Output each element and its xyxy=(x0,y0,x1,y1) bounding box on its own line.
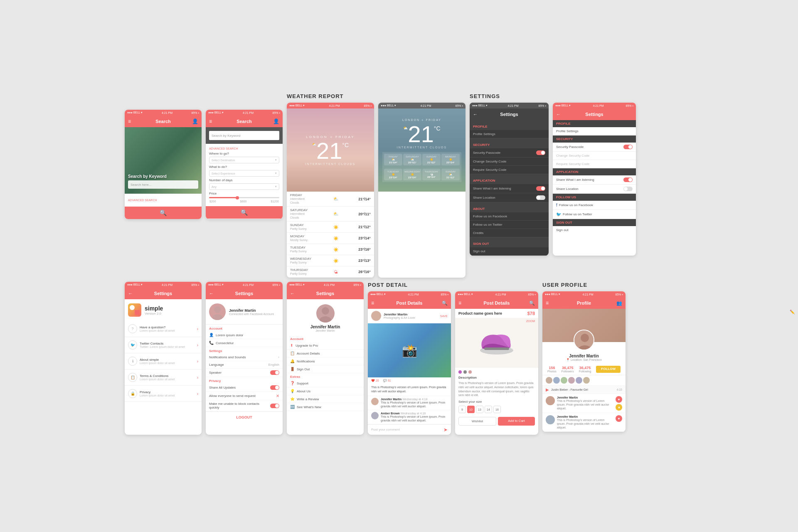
star-btn-1[interactable]: ★ xyxy=(616,404,622,411)
back-icon-simple[interactable]: ← xyxy=(128,291,133,296)
sec-toggle-exp[interactable] xyxy=(623,145,633,149)
like-btn-2[interactable]: ♥ xyxy=(616,415,622,422)
menu-icon-product[interactable]: ≡ xyxy=(458,300,461,306)
lang-row[interactable]: Language English xyxy=(206,361,283,369)
menu-help[interactable]: ? Have a question? Lorem ipsum dolor sit… xyxy=(125,321,202,337)
back-icon-prof[interactable]: ← xyxy=(290,291,295,296)
signout-row2[interactable]: 🚪 Sign Out xyxy=(287,365,364,373)
speaker-toggle[interactable] xyxy=(270,370,279,375)
color-gray[interactable] xyxy=(463,370,467,374)
logout-btn[interactable]: LOGOUT xyxy=(206,411,283,423)
consec-row[interactable]: 📞 Consectetur xyxy=(206,339,283,347)
lorem-row[interactable]: 👤 Lorem ipsum dolor xyxy=(206,331,283,339)
signout-row[interactable]: Sign out xyxy=(470,247,549,256)
zoom-btn[interactable]: ZOOM xyxy=(526,320,535,323)
keyword-input[interactable]: Search by Keyword xyxy=(209,131,279,140)
share-loc-exp[interactable]: Share Location xyxy=(553,185,636,194)
tw-row[interactable]: Follow us on Twitter xyxy=(470,221,549,229)
credits-row[interactable]: Credits xyxy=(470,229,549,237)
change-code-exp[interactable]: Change Security Code xyxy=(553,152,636,160)
menu-icon-profile[interactable]: ≡ xyxy=(546,300,549,306)
search-icon-1[interactable]: 🔍 xyxy=(160,209,167,216)
experience-select[interactable]: Select Experience ▾ xyxy=(209,170,279,177)
notif-row[interactable]: Notifications and Sounds › xyxy=(206,354,283,361)
allow-req-row[interactable]: Allow everyone to send request ✕ xyxy=(206,392,283,400)
comments-count[interactable]: 💬 31 xyxy=(383,379,391,382)
color-purple[interactable] xyxy=(458,370,462,374)
post-save-btn[interactable]: SAVE xyxy=(440,315,448,318)
size-13[interactable]: 13 xyxy=(476,406,483,413)
follow-btn[interactable]: FOLLOW xyxy=(596,366,621,373)
adv-search-1[interactable]: ADVANCED SEARCH xyxy=(128,197,198,203)
size-10[interactable]: 10 xyxy=(467,406,475,413)
menu-terms[interactable]: 📋 Terms & Conditions Lorem ipsum dolor s… xyxy=(125,369,202,386)
support-row[interactable]: ❓ Support xyxy=(287,379,364,387)
adv-search-label[interactable]: ADVANCED SEARCH xyxy=(209,147,279,150)
user-icon-1[interactable]: 👤 xyxy=(192,118,198,124)
search-icon-post1[interactable]: 🔍 xyxy=(442,300,448,306)
whats-new-row[interactable]: 🆕 See What's New xyxy=(287,403,364,411)
profile-settings-exp[interactable]: Profile Settings xyxy=(553,127,636,135)
size-14[interactable]: 14 xyxy=(485,406,492,413)
menu-privacy[interactable]: 🔒 Privacy Lorem ipsum dolor sit amet › xyxy=(125,386,202,402)
user-icon-2[interactable]: 👤 xyxy=(273,118,279,124)
search-icon-2[interactable]: 🔍 xyxy=(241,209,248,216)
menu-twitter[interactable]: 🐦 Twitter Contacts Twitter: Lorem ipsum … xyxy=(125,337,202,353)
security-toggle[interactable] xyxy=(536,150,545,155)
profile-settings-row[interactable]: Profile Settings xyxy=(470,130,549,138)
price-slider[interactable] xyxy=(209,197,279,198)
signout-exp[interactable]: Sign out xyxy=(553,226,636,234)
menu-icon-post1[interactable]: ≡ xyxy=(371,300,374,306)
back-icon-acct[interactable]: ← xyxy=(209,291,214,296)
search-icon-product[interactable]: 🔍 xyxy=(529,300,535,306)
tw-exp[interactable]: 🐦 Follow us on Twitter xyxy=(553,210,636,219)
back-icon-d1[interactable]: ← xyxy=(473,112,478,117)
share-music-row[interactable]: Share What I am listening xyxy=(470,184,549,193)
fb-row[interactable]: Follow us on Facebook xyxy=(470,212,549,221)
users-icon-profile[interactable]: 👥 xyxy=(616,300,622,306)
slider-thumb[interactable] xyxy=(236,196,239,200)
speaker-row[interactable]: Speaker xyxy=(206,369,283,377)
destination-select[interactable]: Select Destination ▾ xyxy=(209,157,279,163)
about-us-row[interactable]: 💡 About Us xyxy=(287,387,364,395)
forecast-thu: THURSDAYPartly Sunny 🌤 26°/16° xyxy=(287,266,374,278)
account-settings-phone: ●●● BELL ▾ 4:21 PM 85% ▪ ← Settings Jenn… xyxy=(206,282,283,435)
share-updates-toggle[interactable] xyxy=(270,385,279,390)
acct-details-row[interactable]: 📋 Account Details xyxy=(287,350,364,357)
upgrade-row[interactable]: ⬆ Upgrade to Pro xyxy=(287,342,364,350)
share-music-exp[interactable]: Share What I am listening xyxy=(553,175,636,185)
allow-req-x[interactable]: ✕ xyxy=(276,394,279,398)
sec-passcode-exp[interactable]: Security Passcode xyxy=(553,143,636,152)
share-music-toggle[interactable] xyxy=(536,186,545,191)
color-pink[interactable] xyxy=(468,370,472,374)
days-select[interactable]: Any ▾ xyxy=(209,183,279,190)
require-code-row[interactable]: Require Security Code xyxy=(470,166,549,174)
menu-icon-1[interactable]: ≡ xyxy=(128,118,131,124)
size-16[interactable]: 16 xyxy=(493,406,501,413)
play-icon[interactable]: ▶ xyxy=(546,387,549,392)
share-location-row[interactable]: Share Location xyxy=(470,193,549,202)
block-toggle[interactable] xyxy=(270,404,279,408)
review-row[interactable]: ⭐ Write a Review xyxy=(287,395,364,403)
add-to-cart-btn[interactable]: Add to Cart xyxy=(498,417,535,426)
notif-row2[interactable]: 🔔 Notifications xyxy=(287,357,364,365)
send-icon[interactable]: ➤ xyxy=(443,427,448,433)
like-btn-1[interactable]: ♥ xyxy=(616,396,622,403)
search-input-1[interactable]: Search here... xyxy=(128,180,198,189)
back-icon-exp[interactable]: ← xyxy=(556,112,561,117)
fb-exp[interactable]: f Follow us on Facebook xyxy=(553,201,636,210)
require-code-exp[interactable]: Require Security Code xyxy=(553,160,636,168)
security-passcode-row[interactable]: Security Passcode xyxy=(470,148,549,158)
change-code-row[interactable]: Change Security Code xyxy=(470,158,549,166)
menu-icon-2[interactable]: ≡ xyxy=(209,118,212,124)
size-9[interactable]: 9 xyxy=(458,406,466,413)
block-row[interactable]: Make me unable to block contacts quickly xyxy=(206,400,283,411)
menu-about[interactable]: ℹ About simple Lorem ipsum dolor sit ame… xyxy=(125,353,202,369)
share-music-toggle-exp[interactable] xyxy=(623,177,633,182)
share-updates-row[interactable]: Share All Updates xyxy=(206,384,283,392)
wishlist-btn[interactable]: Wishlist xyxy=(458,417,496,426)
share-loc-toggle-exp[interactable] xyxy=(623,187,633,191)
share-location-toggle[interactable] xyxy=(536,195,545,200)
comment-input-area[interactable]: Post your comment ➤ xyxy=(368,424,451,435)
likes-count[interactable]: ❤️ 20 xyxy=(371,379,379,382)
